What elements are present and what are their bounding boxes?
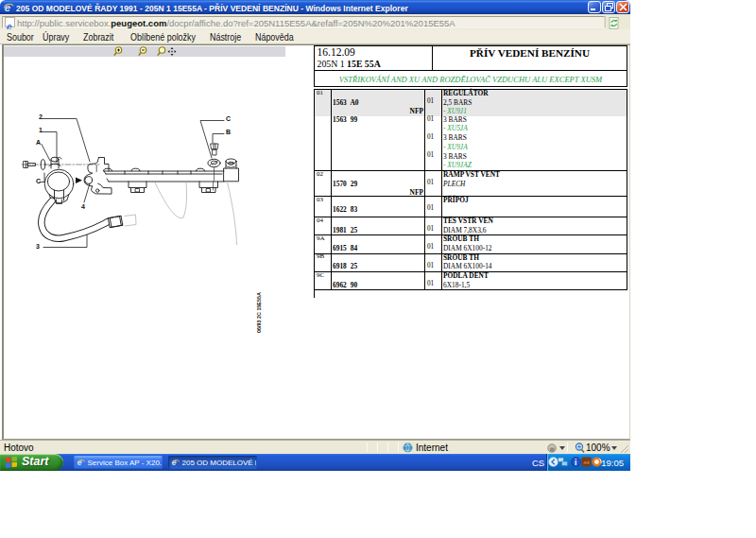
status-bar: Hotovo Internet 100% xyxy=(0,440,630,454)
part-qty: 01 xyxy=(427,179,434,188)
diagram-label-3: 3 xyxy=(36,243,40,250)
parts-line: 1622 8301 xyxy=(315,205,627,215)
diagram-label-1: 1 xyxy=(39,127,43,133)
part-item-number: 04 xyxy=(317,217,323,226)
part-qty: 01 xyxy=(427,151,434,161)
part-qty: 01 xyxy=(427,280,434,289)
task-label: Service Box AP - X20... xyxy=(88,459,163,467)
title-bar[interactable]: e 205 OD MODELOVÉ ŘADY 1991 - 205N 1 15E… xyxy=(0,0,630,14)
parts-row-9B[interactable]: 9BŠROUB TH6918 2501DIAM 6X100-14 xyxy=(315,253,627,272)
part-item-number: 03 xyxy=(317,196,323,205)
taskbar-task-205[interactable]: e 205 OD MODELOVÉ Ř... xyxy=(168,456,257,469)
svg-text:e: e xyxy=(5,2,10,13)
parts-line: 02RAMP VST VENT xyxy=(315,170,627,180)
part-item-number: 9A xyxy=(317,234,325,244)
doc-subtitle-row: VSTŘIKOVÁNÍ AND XU AND ROZDĚLOVAČ VZDUCH… xyxy=(315,72,627,86)
status-text: Hotovo xyxy=(4,443,34,453)
parts-line: 9CPODLA DENT xyxy=(315,271,627,281)
table-grid-line-desc xyxy=(441,90,442,289)
zoom-dropdown-arrow[interactable] xyxy=(611,446,617,450)
parts-line: NFP- XU9J1 xyxy=(315,107,627,116)
part-item-number: 9C xyxy=(317,271,324,281)
parts-row-9C[interactable]: 9CPODLA DENT6962 90016X18-1,5 xyxy=(315,271,627,289)
parts-row-02[interactable]: 02RAMP VST VENT1570 2901PLECHNFP xyxy=(315,170,627,196)
viewer-toolbar xyxy=(4,46,285,57)
svg-text:i: i xyxy=(575,458,576,467)
start-label: Start xyxy=(22,455,48,468)
diagram-label-2: 2 xyxy=(39,113,43,120)
zoom-pan-icon[interactable] xyxy=(157,46,178,57)
menu-oblibene-polozky[interactable]: Oblíbené položky xyxy=(130,30,196,43)
part-qty: 01 xyxy=(427,97,434,107)
diagram-label-a: A xyxy=(36,139,41,146)
ie-task-icon: e xyxy=(171,458,180,467)
taskbar: Start e Service Box AP - X20... e 205 OD… xyxy=(0,454,630,471)
url-text: http://public.servicebox.peugeot.com/doc… xyxy=(17,18,598,28)
refresh-button[interactable] xyxy=(608,16,627,28)
phishing-dropdown-arrow[interactable] xyxy=(559,446,565,450)
zoom-level-icon[interactable] xyxy=(575,443,585,454)
parts-row-03[interactable]: 03PŘÍPOJ1622 8301 xyxy=(315,196,627,217)
language-indicator[interactable]: CS xyxy=(532,458,544,468)
menu-soubor[interactable]: Soubor xyxy=(7,30,34,43)
taskbar-task-servicebox[interactable]: e Service Box AP - X20... xyxy=(74,456,163,469)
part-item-number: 02 xyxy=(317,170,323,180)
ie-window: e 205 OD MODELOVÉ ŘADY 1991 - 205N 1 15E… xyxy=(0,0,630,454)
part-qty: 01 xyxy=(427,243,434,252)
part-item-number: 9B xyxy=(317,252,324,262)
app-brown-icon[interactable] xyxy=(581,457,592,467)
part-number: 6918 25 xyxy=(333,262,357,271)
minimize-button[interactable] xyxy=(588,1,601,13)
part-item-number: 01 xyxy=(317,89,323,98)
start-button[interactable]: Start xyxy=(0,454,63,471)
parts-row-9A[interactable]: 9AŠROUB TH6915 8401DIAM 6X100-12 xyxy=(315,234,627,253)
menu-upravy[interactable]: Úpravy xyxy=(43,30,69,43)
diagram-label-c-right: C xyxy=(226,115,231,122)
parts-line: 6962 90016X18-1,5 xyxy=(315,281,627,290)
ie-task-icon: e xyxy=(77,458,86,467)
status-separator xyxy=(398,443,399,452)
clock[interactable]: 19:05 xyxy=(601,458,624,468)
security-zone: Internet xyxy=(416,443,448,453)
parts-line: 1563 99013 BARS xyxy=(315,115,627,125)
address-separator xyxy=(605,16,606,27)
globe-icon xyxy=(403,443,413,453)
restore-button[interactable] xyxy=(602,1,615,13)
part-number: 6915 84 xyxy=(333,244,357,253)
part-desc: PŘÍPOJ xyxy=(443,196,469,205)
part-number: 6962 90 xyxy=(333,281,357,290)
windows-flag-icon xyxy=(5,456,18,469)
parts-row-01[interactable]: 01REGULÁTOR1563 A0012,5 BARSNFP- XU9J115… xyxy=(315,90,627,170)
part-variant: - XU9JAZ xyxy=(443,161,472,170)
diagram-label-b: B xyxy=(226,129,231,135)
part-variant: - XU9JA xyxy=(443,143,468,152)
close-button[interactable] xyxy=(616,1,629,13)
table-grid-line-qty xyxy=(424,90,425,289)
parts-line: 1570 2901PLECH xyxy=(315,180,627,189)
part-desc: PLECH xyxy=(443,180,465,189)
parts-line: 6918 2501DIAM 6X100-14 xyxy=(315,262,627,271)
doc-header-row: 16.12.09 205N 1 15E 55A PŘÍV VEDENÍ BENZ… xyxy=(315,46,627,71)
doc-ref: 205N 1 15E 55A xyxy=(318,59,381,69)
parts-line: 013 BARS xyxy=(315,133,627,143)
part-desc: DIAM 6X100-12 xyxy=(443,244,492,253)
info-balloon-icon[interactable]: i xyxy=(571,457,581,467)
menu-napoveda[interactable]: Nápověda xyxy=(255,30,294,43)
part-qty: 01 xyxy=(427,225,434,234)
zoom-out-icon[interactable] xyxy=(138,46,148,57)
part-number: 1570 29 xyxy=(333,180,357,189)
parts-row-04[interactable]: 04TĚS VSTŘ VEN1981 2501DIAM 7,8X3,6 xyxy=(315,217,627,234)
zoom-level[interactable]: 100% xyxy=(586,443,610,453)
zoom-in-icon[interactable] xyxy=(113,46,124,57)
network-icon[interactable] xyxy=(558,457,568,467)
menu-zobrazit[interactable]: Zobrazit xyxy=(83,30,113,43)
table-tail-mark xyxy=(314,290,315,298)
parts-line: - XU9JAZ xyxy=(315,161,627,170)
doc-subtitle: VSTŘIKOVÁNÍ AND XU AND ROZDĚLOVAČ VZDUCH… xyxy=(315,75,627,84)
parts-line: 03PŘÍPOJ xyxy=(315,196,627,205)
address-input[interactable]: e http://public.servicebox.peugeot.com/d… xyxy=(2,16,605,28)
part-desc: DIAM 6X100-14 xyxy=(443,262,492,271)
phishing-filter-icon[interactable] xyxy=(546,443,558,454)
menu-nastroje[interactable]: Nástroje xyxy=(210,30,241,43)
parts-rows: 01REGULÁTOR1563 A0012,5 BARSNFP- XU9J115… xyxy=(315,90,627,289)
